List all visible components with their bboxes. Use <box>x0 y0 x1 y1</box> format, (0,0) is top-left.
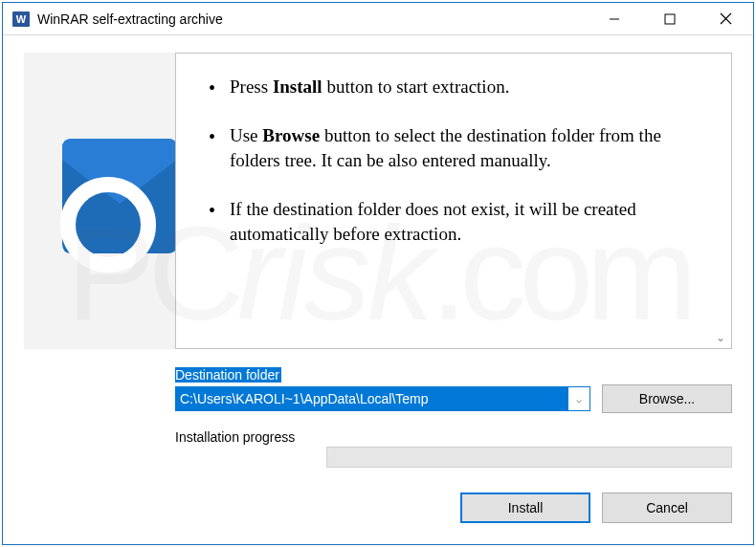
main-window: W WinRAR self-extracting archive <box>2 2 754 545</box>
browse-button[interactable]: Browse... <box>602 384 732 413</box>
destination-row: ⌵ Browse... <box>175 384 732 413</box>
destination-group: Destination folder ⌵ Browse... <box>175 366 732 413</box>
maximize-button[interactable] <box>642 3 698 34</box>
instruction-bold: Browse <box>262 125 320 145</box>
instruction-item: Press Install button to start extraction… <box>203 75 706 100</box>
progress-bar <box>326 447 732 468</box>
minimize-button[interactable] <box>587 3 642 34</box>
install-button[interactable]: Install <box>460 492 590 523</box>
window-title: WinRAR self-extracting archive <box>37 11 587 27</box>
instructions-panel: Press Install button to start extraction… <box>175 53 732 349</box>
instruction-text: Press <box>230 77 273 97</box>
destination-input[interactable] <box>176 387 568 410</box>
progress-group: Installation progress <box>175 428 732 468</box>
svg-text:W: W <box>16 13 27 25</box>
instruction-text: button to start extraction. <box>322 77 510 97</box>
word-icon: W <box>12 11 30 28</box>
cancel-button[interactable]: Cancel <box>602 492 732 523</box>
sidebar-image <box>24 53 175 349</box>
destination-combo[interactable]: ⌵ <box>175 386 590 411</box>
chevron-down-icon[interactable]: ⌵ <box>568 387 589 410</box>
action-buttons: Install Cancel <box>460 492 732 523</box>
titlebar: W WinRAR self-extracting archive <box>3 3 753 35</box>
window-controls <box>587 3 753 34</box>
instruction-bold: Install <box>273 77 322 97</box>
instruction-text: Use <box>230 125 262 145</box>
close-button[interactable] <box>698 3 753 34</box>
chevron-down-icon[interactable]: ⌄ <box>716 331 725 344</box>
svg-rect-3 <box>665 14 675 24</box>
instruction-text: If the destination folder does not exist… <box>230 199 636 245</box>
instruction-item: Use Browse button to select the destinat… <box>203 123 706 174</box>
window-body: Press Install button to start extraction… <box>3 35 753 544</box>
top-area: Press Install button to start extraction… <box>24 53 732 349</box>
instruction-item: If the destination folder does not exist… <box>203 197 706 248</box>
destination-label: Destination folder <box>175 367 281 383</box>
progress-label: Installation progress <box>175 429 297 445</box>
